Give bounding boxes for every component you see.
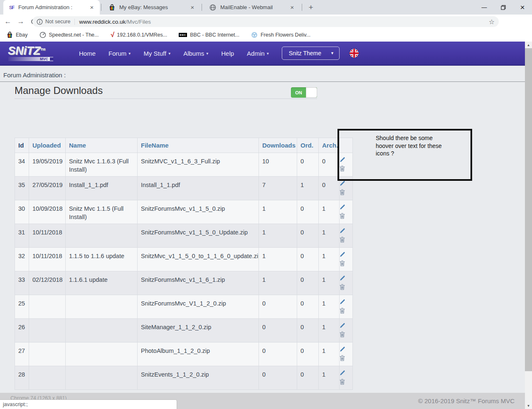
edit-pencil-icon[interactable] bbox=[340, 204, 352, 213]
tab-mailenable-webmail[interactable]: MailEnable - Webmail × bbox=[204, 0, 300, 15]
cell-uploaded bbox=[29, 366, 66, 390]
bookmark-ebay[interactable]: Ebay bbox=[7, 32, 28, 38]
bookmark-vmres[interactable]: √ 192.168.0.1/VMRes... bbox=[110, 31, 167, 39]
downloads-table-body: 3419/05/2019Snitz Mvc 1.1.6.3 (Full Inst… bbox=[15, 153, 353, 390]
cell-arch: 0 bbox=[319, 153, 340, 177]
nav-item-help[interactable]: Help bbox=[221, 50, 234, 57]
header-arch[interactable]: Arch. bbox=[319, 138, 340, 153]
delete-trash-icon[interactable] bbox=[340, 331, 352, 340]
logo-tm: TM bbox=[41, 48, 46, 52]
delete-trash-icon[interactable] bbox=[340, 260, 352, 269]
header-ord[interactable]: Ord. bbox=[297, 138, 319, 153]
restore-button[interactable] bbox=[494, 0, 513, 15]
edit-pencil-icon[interactable] bbox=[340, 370, 352, 379]
cell-actions bbox=[340, 200, 353, 224]
delete-trash-icon[interactable] bbox=[340, 213, 352, 222]
close-tab-icon[interactable]: × bbox=[189, 4, 196, 11]
scroll-up-arrow-icon[interactable]: ▲ bbox=[525, 42, 532, 48]
cell-actions bbox=[340, 366, 353, 390]
logo-sub: MVC bbox=[40, 57, 48, 61]
header-name[interactable]: Name bbox=[66, 138, 138, 153]
logo-text: SNiTZ bbox=[8, 45, 41, 57]
cell-actions bbox=[340, 271, 353, 295]
header-downloads[interactable]: Downloads bbox=[259, 138, 297, 153]
url-path: /Mvc/Files bbox=[126, 19, 151, 25]
bookmark-fresh-flowers[interactable]: Fresh Flowers Deliv... bbox=[251, 32, 310, 38]
page-viewport: SNiTZTM MVC Home Forum▾ My Stuff▾ Albums… bbox=[0, 42, 532, 409]
theme-select[interactable]: Snitz Theme▼ bbox=[282, 47, 340, 60]
edit-pencil-icon[interactable] bbox=[340, 298, 352, 308]
bookmark-star-icon[interactable]: ☆ bbox=[489, 18, 495, 26]
edit-pencil-icon[interactable] bbox=[340, 251, 352, 260]
vertical-scrollbar[interactable]: ▲ ▼ bbox=[525, 42, 532, 409]
nav-item-forum[interactable]: Forum▾ bbox=[108, 50, 131, 57]
edit-pencil-icon[interactable] bbox=[340, 227, 352, 237]
annotation-box: Should there be some hoover over text fo… bbox=[337, 129, 472, 181]
downloads-enabled-toggle[interactable]: ON bbox=[291, 87, 317, 98]
cell-downloads: 1 bbox=[259, 248, 297, 271]
nav-item-admin[interactable]: Admin▾ bbox=[247, 50, 269, 57]
bookmark-bbc[interactable]: BBC BBC - BBC Internet... bbox=[179, 32, 239, 38]
nav-item-albums[interactable]: Albums▾ bbox=[183, 50, 208, 57]
scroll-down-arrow-icon[interactable]: ▼ bbox=[525, 402, 532, 409]
scrollbar-thumb[interactable] bbox=[525, 48, 532, 371]
forward-icon[interactable]: → bbox=[16, 17, 26, 27]
delete-trash-icon[interactable] bbox=[340, 379, 352, 388]
site-navbar: SNiTZTM MVC Home Forum▾ My Stuff▾ Albums… bbox=[0, 42, 532, 66]
cell-uploaded: 10/11/2018 bbox=[29, 248, 66, 271]
delete-trash-icon[interactable] bbox=[340, 189, 352, 198]
edit-pencil-icon[interactable] bbox=[340, 346, 352, 355]
tab-forum-administration[interactable]: SF Forum Administration : × bbox=[3, 0, 100, 15]
header-uploaded[interactable]: Uploaded bbox=[29, 138, 66, 153]
cell-filename: SnitzForumsMvc_V1_1_2_0.zip bbox=[138, 295, 259, 319]
cell-name bbox=[66, 342, 138, 366]
cell-uploaded: 10/11/2018 bbox=[29, 224, 66, 248]
page-title: Manage Downloads bbox=[15, 85, 103, 96]
minimize-button[interactable]: — bbox=[475, 0, 494, 15]
delete-trash-icon[interactable] bbox=[340, 284, 352, 293]
delete-trash-icon[interactable] bbox=[340, 355, 352, 364]
cell-id: 32 bbox=[15, 248, 29, 271]
cell-downloads: 1 bbox=[259, 224, 297, 248]
cell-name bbox=[66, 366, 138, 390]
info-icon[interactable] bbox=[37, 19, 43, 25]
nav-label: Home bbox=[79, 50, 96, 57]
bookmark-speedtest[interactable]: Speedtest.net - The... bbox=[39, 32, 99, 38]
cell-name bbox=[66, 224, 138, 248]
toggle-knob[interactable] bbox=[306, 87, 317, 98]
cell-name: 1.1.5 to 1.1.6 update bbox=[66, 248, 138, 271]
new-tab-button[interactable]: + bbox=[305, 2, 317, 13]
copyright-text: © 2016-2019 Snitz™ Forums MVC bbox=[418, 397, 515, 404]
delete-trash-icon[interactable] bbox=[340, 308, 352, 317]
cell-downloads: 7 bbox=[259, 177, 297, 200]
cell-id: 35 bbox=[15, 177, 29, 200]
nav-item-my-stuff[interactable]: My Stuff▾ bbox=[143, 50, 170, 57]
edit-pencil-icon[interactable] bbox=[340, 322, 352, 331]
cell-filename: SnitzMVC_v1_1_6_3_Full.zip bbox=[138, 153, 259, 177]
edit-pencil-icon[interactable] bbox=[340, 180, 352, 189]
cell-id: 33 bbox=[15, 271, 29, 295]
cell-arch: 1 bbox=[319, 295, 340, 319]
uk-flag-icon[interactable] bbox=[350, 49, 359, 58]
cell-arch: 1 bbox=[319, 342, 340, 366]
logo-bar: MVC bbox=[8, 57, 53, 61]
toggle-on-label: ON bbox=[291, 87, 306, 98]
back-icon[interactable]: ← bbox=[3, 17, 13, 27]
cell-downloads: 10 bbox=[259, 153, 297, 177]
header-filename[interactable]: FileName bbox=[138, 138, 259, 153]
delete-trash-icon[interactable] bbox=[340, 237, 352, 246]
cell-ord: 0 bbox=[297, 200, 319, 224]
close-tab-icon[interactable]: × bbox=[288, 4, 296, 11]
cell-name: 1.1.6.1 update bbox=[66, 271, 138, 295]
snitz-logo[interactable]: SNiTZTM MVC bbox=[8, 44, 57, 61]
edit-pencil-icon[interactable] bbox=[340, 275, 352, 284]
header-id[interactable]: Id bbox=[15, 138, 29, 153]
theme-select-value: Snitz Theme bbox=[289, 50, 321, 57]
address-bar[interactable]: Not secure www.reddick.co.uk/Mvc/Files ☆ bbox=[32, 16, 499, 27]
close-window-button[interactable]: × bbox=[513, 0, 532, 15]
tab-title: MailEnable - Webmail bbox=[220, 4, 285, 10]
nav-item-home[interactable]: Home bbox=[79, 50, 96, 57]
close-tab-icon[interactable]: × bbox=[88, 4, 96, 11]
tab-ebay-messages[interactable]: My eBay: Messages × bbox=[103, 0, 200, 15]
panel-divider bbox=[0, 81, 525, 82]
